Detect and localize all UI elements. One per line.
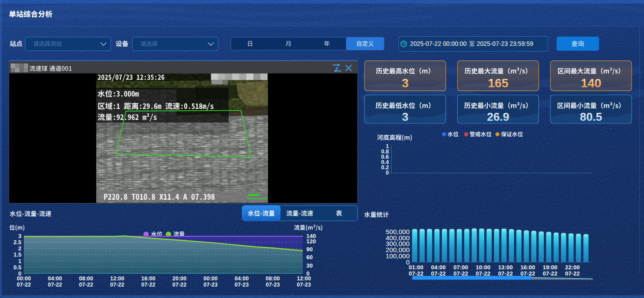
svg-text:07-22: 07-22 bbox=[565, 270, 580, 277]
svg-text:07-22: 07-22 bbox=[543, 270, 557, 277]
svg-text:07-22: 07-22 bbox=[48, 282, 62, 288]
svg-text:0: 0 bbox=[386, 170, 389, 176]
svg-text:2.5: 2.5 bbox=[13, 239, 21, 246]
svg-text:2: 2 bbox=[18, 245, 21, 252]
svg-text:07-23: 07-23 bbox=[235, 282, 249, 288]
svg-text:140: 140 bbox=[581, 76, 602, 90]
svg-text:165: 165 bbox=[488, 76, 508, 90]
svg-text:07-22: 07-22 bbox=[79, 282, 93, 288]
svg-text:80.5: 80.5 bbox=[580, 110, 603, 123]
svg-text:20:00: 20:00 bbox=[173, 276, 187, 282]
svg-text:1.5: 1.5 bbox=[13, 251, 21, 258]
svg-text:19:00: 19:00 bbox=[543, 264, 557, 271]
svg-text:07-22: 07-22 bbox=[520, 270, 535, 277]
svg-text:04:00: 04:00 bbox=[48, 276, 62, 282]
svg-text:07-22: 07-22 bbox=[431, 270, 446, 277]
svg-text:01:00: 01:00 bbox=[409, 264, 423, 271]
svg-text:s: s bbox=[336, 65, 339, 71]
svg-text:08:00: 08:00 bbox=[266, 276, 280, 282]
svg-text:10:00: 10:00 bbox=[476, 264, 490, 271]
svg-text:12:00: 12:00 bbox=[297, 276, 311, 282]
svg-text:22:00: 22:00 bbox=[565, 264, 580, 271]
svg-text:07-22: 07-22 bbox=[110, 282, 124, 288]
svg-text:07-22: 07-22 bbox=[498, 270, 512, 277]
svg-text:1: 1 bbox=[18, 258, 21, 264]
svg-text:07-23: 07-23 bbox=[203, 282, 218, 288]
svg-text:2025-07-23 23:59:59: 2025-07-23 23:59:59 bbox=[477, 41, 533, 47]
svg-text:120: 120 bbox=[306, 238, 316, 245]
svg-text:2025-07-22 00:00:00: 2025-07-22 00:00:00 bbox=[410, 41, 467, 47]
svg-text:07-22: 07-22 bbox=[173, 282, 187, 288]
svg-text:13:00: 13:00 bbox=[498, 264, 512, 271]
svg-text:04:00: 04:00 bbox=[235, 276, 249, 282]
svg-text:07-22: 07-22 bbox=[476, 270, 490, 277]
svg-text:3: 3 bbox=[402, 76, 409, 90]
svg-text:16:00: 16:00 bbox=[520, 264, 535, 271]
svg-text:60: 60 bbox=[306, 254, 313, 261]
svg-text:3: 3 bbox=[18, 233, 21, 239]
svg-text:26.9: 26.9 bbox=[487, 110, 509, 123]
svg-text:07-22: 07-22 bbox=[141, 282, 155, 288]
svg-text:00:00: 00:00 bbox=[17, 276, 31, 282]
svg-text:07:00: 07:00 bbox=[453, 264, 468, 271]
svg-text:07-23: 07-23 bbox=[297, 282, 311, 288]
svg-text:90: 90 bbox=[306, 246, 313, 253]
svg-text:04:00: 04:00 bbox=[431, 264, 446, 271]
svg-text:07-22: 07-22 bbox=[409, 270, 423, 277]
svg-text:12:00: 12:00 bbox=[110, 276, 124, 282]
svg-text:07-22: 07-22 bbox=[17, 282, 31, 288]
svg-text:00:00: 00:00 bbox=[203, 276, 218, 282]
svg-text:3: 3 bbox=[402, 110, 408, 123]
svg-text:16:00: 16:00 bbox=[141, 276, 155, 282]
svg-text:0.5: 0.5 bbox=[13, 264, 21, 271]
svg-text:07-23: 07-23 bbox=[266, 282, 280, 288]
svg-text:08:00: 08:00 bbox=[79, 276, 93, 282]
svg-text:07-22: 07-22 bbox=[453, 270, 468, 277]
svg-text:30: 30 bbox=[306, 262, 313, 269]
